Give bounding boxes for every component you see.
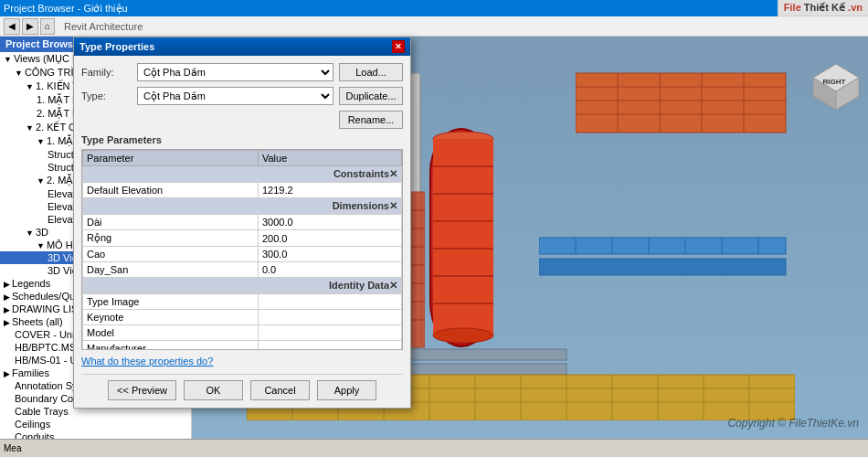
blue-beams	[539, 233, 795, 279]
col-param-header: Parameter	[83, 151, 259, 166]
dimensions-group-header[interactable]: Dimensions ✕	[83, 198, 402, 215]
load-btn[interactable]: Load...	[339, 63, 403, 81]
rename-row: Rename...	[81, 111, 403, 129]
prop-row-cao[interactable]: Cao 300.0	[83, 247, 402, 262]
prop-value-default-elevation[interactable]: 1219.2	[258, 183, 401, 198]
svg-rect-43	[539, 259, 786, 275]
constraints-group-header[interactable]: Constraints ✕	[83, 166, 402, 183]
cylinder-structure	[429, 128, 493, 347]
toolbar: ◀ ▶ ⌂ Revit Architecture File Thiết Kế .…	[0, 16, 868, 37]
dialog-body: Family: Cột Pha Dầm Load... Type: Cột Ph…	[74, 56, 410, 408]
prop-row-keynote[interactable]: Keynote	[83, 310, 402, 325]
prop-name-rong: Rộng	[83, 230, 259, 247]
ok-btn[interactable]: OK	[184, 380, 243, 400]
prop-value-dai[interactable]: 3000.0	[258, 215, 401, 230]
prop-name-manufacturer: Manufacturer	[83, 341, 259, 351]
col-value-header: Value	[258, 151, 401, 166]
prop-value-cao[interactable]: 300.0	[258, 247, 401, 262]
logo-file: File	[784, 2, 801, 13]
prop-name-model: Model	[83, 325, 259, 341]
title-bar: Project Browser - Giới thiệu _ □ ✕	[0, 0, 868, 16]
status-bar: Mea	[0, 439, 868, 457]
tree-ceilings[interactable]: Ceilings	[0, 418, 191, 430]
dialog-title: Type Properties	[79, 41, 154, 52]
dialog-buttons: << Preview OK Cancel Apply	[81, 374, 403, 400]
prop-value-rong[interactable]: 200.0	[258, 230, 401, 247]
family-label: Family:	[81, 67, 132, 78]
prop-row-manufacturer[interactable]: Manufacturer	[83, 341, 402, 351]
properties-table: Parameter Value Constraints ✕ Default El…	[82, 150, 402, 350]
prop-name-keynote: Keynote	[83, 310, 259, 325]
help-link[interactable]: What do these properties do?	[81, 356, 213, 367]
type-properties-dialog: Type Properties ✕ Family: Cột Pha Dầm Lo…	[73, 37, 411, 409]
rename-btn[interactable]: Rename...	[339, 111, 403, 129]
svg-point-27	[433, 328, 493, 343]
cancel-btn[interactable]: Cancel	[250, 380, 310, 400]
status-text: Mea	[4, 443, 21, 453]
app-title: Project Browser - Giới thiệu	[4, 3, 128, 15]
view-cube[interactable]: RIGHT	[804, 46, 859, 101]
help-link-container: What do these properties do?	[81, 356, 403, 367]
properties-scroll[interactable]: Parameter Value Constraints ✕ Default El…	[81, 149, 403, 350]
prop-value-keynote[interactable]	[258, 310, 401, 325]
prop-row-rong[interactable]: Rộng 200.0	[83, 230, 402, 247]
type-params-heading: Type Parameters	[81, 134, 403, 145]
prop-value-type-image[interactable]	[258, 294, 401, 310]
prop-name-default-elevation: Default Elevation	[83, 183, 259, 198]
family-row: Family: Cột Pha Dầm Load...	[81, 63, 403, 81]
toolbar-btn-forward[interactable]: ▶	[22, 18, 38, 35]
toolbar-title: Revit Architecture	[64, 21, 143, 32]
prop-row-model[interactable]: Model	[83, 325, 402, 341]
preview-btn[interactable]: << Preview	[108, 380, 176, 400]
prop-value-manufacturer[interactable]	[258, 341, 401, 351]
prop-value-day-san[interactable]: 0.0	[258, 262, 401, 278]
apply-btn[interactable]: Apply	[317, 380, 376, 400]
toolbar-btn-home[interactable]: ⌂	[40, 18, 55, 35]
type-row: Type: Cột Pha Dầm Duplicate...	[81, 87, 403, 105]
dialog-close-btn[interactable]: ✕	[392, 40, 405, 53]
toolbar-btn-back[interactable]: ◀	[4, 18, 20, 35]
type-select[interactable]: Cột Pha Dầm	[137, 87, 333, 105]
prop-row-default-elevation[interactable]: Default Elevation 1219.2	[83, 183, 402, 198]
dialog-controls: ✕	[392, 40, 405, 53]
svg-rect-26	[433, 139, 493, 335]
prop-row-type-image[interactable]: Type Image	[83, 294, 402, 310]
logo-area: File Thiết Kế .vn	[778, 0, 868, 16]
family-select[interactable]: Cột Pha Dầm	[137, 63, 333, 81]
dialog-titlebar: Type Properties ✕	[74, 37, 410, 56]
prop-name-dai: Dài	[83, 215, 259, 230]
svg-rect-34	[576, 73, 786, 133]
prop-value-model[interactable]	[258, 325, 401, 341]
tree-conduits[interactable]: Conduits	[0, 430, 191, 439]
prop-name-cao: Cao	[83, 247, 259, 262]
floor-slab	[576, 64, 795, 137]
copyright-watermark: Copyright © FileThietKe.vn	[727, 417, 859, 430]
prop-row-day-san[interactable]: Day_San 0.0	[83, 262, 402, 278]
svg-text:RIGHT: RIGHT	[823, 78, 846, 86]
prop-name-day-san: Day_San	[83, 262, 259, 278]
prop-row-dai[interactable]: Dài 3000.0	[83, 215, 402, 230]
prop-name-type-image: Type Image	[83, 294, 259, 310]
logo-thiet: Thiết Kế	[804, 2, 845, 13]
identity-group-header[interactable]: Identity Data ✕	[83, 278, 402, 294]
type-label: Type:	[81, 90, 132, 101]
duplicate-btn[interactable]: Duplicate...	[339, 87, 403, 105]
logo-vn: .vn	[848, 2, 863, 13]
